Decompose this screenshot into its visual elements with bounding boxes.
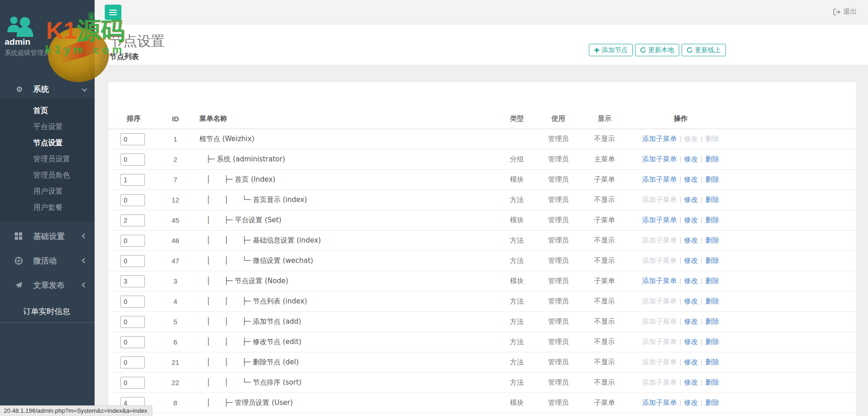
sidebar-item-home[interactable]: 首页 bbox=[0, 102, 95, 119]
sort-input[interactable] bbox=[120, 133, 145, 145]
add-submenu-link[interactable]: 添加子菜单 bbox=[642, 216, 677, 224]
sort-cell bbox=[108, 357, 159, 368]
ops-separator: | bbox=[701, 155, 703, 163]
sort-input[interactable] bbox=[120, 357, 145, 368]
sidebar-item-user-packages[interactable]: 用户套餐 bbox=[0, 199, 95, 215]
refresh-online-button[interactable]: 更新线上 bbox=[682, 44, 726, 56]
add-submenu-link[interactable]: 添加子菜单 bbox=[642, 135, 677, 143]
sort-input[interactable] bbox=[120, 194, 145, 206]
row-id: 22 bbox=[159, 379, 192, 386]
delete-link[interactable]: 删除 bbox=[705, 338, 719, 345]
grid-icon bbox=[15, 232, 24, 240]
delete-link[interactable]: 删除 bbox=[705, 196, 719, 203]
sidebar-item-system[interactable]: ⚙ 系统 bbox=[0, 79, 95, 99]
row-id: 8 bbox=[159, 399, 192, 407]
role-dropdown[interactable]: 系统超级管理员 ▾ bbox=[5, 49, 54, 57]
row-type: 方法 bbox=[496, 338, 538, 346]
chevron-left-icon bbox=[82, 233, 87, 238]
delete-link[interactable]: 删除 bbox=[705, 358, 719, 366]
delete-link[interactable]: 删除 bbox=[705, 297, 719, 305]
sidebar-item-micro-activity[interactable]: 微活动 bbox=[0, 250, 95, 271]
edit-link[interactable]: 修改 bbox=[684, 398, 698, 406]
edit-link[interactable]: 修改 bbox=[684, 338, 698, 345]
row-id: 45 bbox=[159, 216, 192, 224]
row-id: 4 bbox=[159, 297, 192, 305]
row-ops: 添加子菜单|修改|删除 bbox=[630, 338, 731, 346]
add-submenu-link[interactable]: 添加子菜单 bbox=[642, 175, 677, 183]
sidebar-item-order-realtime-info[interactable]: 订单实时信息 bbox=[0, 303, 95, 323]
sidebar-item-basic-settings[interactable]: 基础设置 bbox=[0, 226, 95, 246]
sidebar-item-admin-settings[interactable]: 管理员设置 bbox=[0, 151, 95, 167]
ops-separator: | bbox=[680, 256, 682, 264]
sort-cell bbox=[108, 154, 159, 166]
delete-link[interactable]: 删除 bbox=[705, 398, 719, 406]
sort-input[interactable] bbox=[120, 154, 145, 166]
logout-button[interactable]: 退出 bbox=[833, 7, 857, 16]
sidebar-toggle-button[interactable] bbox=[105, 5, 121, 20]
row-name: │ ├─ 平台设置 (Set) bbox=[192, 216, 496, 225]
sort-input[interactable] bbox=[120, 255, 145, 267]
delete-link[interactable]: 删除 bbox=[705, 236, 719, 244]
row-type: 模块 bbox=[496, 398, 538, 407]
row-ops: 添加子菜单|修改|删除 bbox=[630, 236, 731, 245]
delete-link[interactable]: 删除 bbox=[705, 277, 719, 285]
sort-cell bbox=[108, 174, 159, 186]
add-submenu-link[interactable]: 添加子菜单 bbox=[642, 398, 677, 406]
sort-input[interactable] bbox=[120, 296, 145, 308]
edit-link[interactable]: 修改 bbox=[684, 256, 698, 264]
add-node-button[interactable]: ✚添加节点 bbox=[589, 44, 633, 56]
row-type: 模块 bbox=[496, 277, 538, 285]
delete-link[interactable]: 删除 bbox=[705, 175, 719, 183]
chevron-left-icon bbox=[82, 258, 87, 263]
sort-cell bbox=[108, 275, 159, 287]
row-name: ├─ 系统 (administrator) bbox=[192, 155, 496, 164]
edit-link[interactable]: 修改 bbox=[684, 378, 698, 386]
edit-link[interactable]: 修改 bbox=[684, 236, 698, 244]
sort-input[interactable] bbox=[120, 316, 145, 328]
delete-link[interactable]: 删除 bbox=[705, 378, 719, 386]
sidebar-item-platform-settings[interactable]: 平台设置 bbox=[0, 119, 95, 135]
delete-link[interactable]: 删除 bbox=[705, 216, 719, 224]
row-ops: 添加子菜单|修改|删除 bbox=[630, 256, 731, 265]
delete-link[interactable]: 删除 bbox=[705, 256, 719, 264]
edit-link[interactable]: 修改 bbox=[684, 358, 698, 366]
delete-link[interactable]: 删除 bbox=[705, 317, 719, 325]
row-ops: 添加子菜单|修改|删除 bbox=[630, 135, 731, 143]
add-submenu-link: 添加子菜单 bbox=[642, 358, 677, 366]
delete-link[interactable]: 删除 bbox=[705, 155, 719, 163]
ops-separator: | bbox=[701, 216, 703, 224]
table-row: 3 │ ├─ 节点设置 (Node)模块管理员子菜单添加子菜单|修改|删除 bbox=[108, 271, 856, 291]
add-submenu-link[interactable]: 添加子菜单 bbox=[642, 277, 677, 285]
edit-link[interactable]: 修改 bbox=[684, 297, 698, 305]
refresh-local-button[interactable]: 更新本地 bbox=[635, 44, 679, 56]
table-row: 7 │ ├─ 首页 (Index)模块管理员子菜单添加子菜单|修改|删除 bbox=[108, 170, 856, 190]
edit-link[interactable]: 修改 bbox=[684, 196, 698, 203]
sort-input[interactable] bbox=[120, 235, 145, 247]
chevron-left-icon bbox=[82, 282, 87, 287]
sort-input[interactable] bbox=[120, 214, 145, 226]
row-name: │ ├─ 节点设置 (Node) bbox=[192, 277, 496, 285]
row-show: 不显示 bbox=[579, 297, 630, 306]
ops-separator: | bbox=[701, 135, 703, 143]
sort-input[interactable] bbox=[120, 275, 145, 287]
edit-link[interactable]: 修改 bbox=[684, 216, 698, 224]
sidebar-item-article-publish[interactable]: 文章发布 bbox=[0, 275, 95, 295]
sidebar-item-node-settings[interactable]: 节点设置 bbox=[0, 135, 95, 151]
edit-link[interactable]: 修改 bbox=[684, 175, 698, 183]
edit-link[interactable]: 修改 bbox=[684, 155, 698, 163]
row-type: 方法 bbox=[496, 256, 538, 265]
row-name: │ ├─ 首页 (Index) bbox=[192, 175, 496, 184]
sidebar-item-user-settings[interactable]: 用户设置 bbox=[0, 183, 95, 199]
row-use: 管理员 bbox=[538, 398, 579, 407]
edit-link[interactable]: 修改 bbox=[684, 317, 698, 325]
add-submenu-link[interactable]: 添加子菜单 bbox=[642, 155, 677, 163]
row-use: 管理员 bbox=[538, 277, 579, 285]
sidebar-item-admin-roles[interactable]: 管理员角色 bbox=[0, 167, 95, 183]
sort-input[interactable] bbox=[120, 336, 145, 348]
sort-input[interactable] bbox=[120, 174, 145, 186]
row-name: │ │ └─ 节点排序 (sort) bbox=[192, 378, 496, 387]
sort-input[interactable] bbox=[120, 377, 145, 389]
edit-link[interactable]: 修改 bbox=[684, 277, 698, 285]
table-row: 22 │ │ └─ 节点排序 (sort)方法管理员不显示添加子菜单|修改|删除 bbox=[108, 373, 856, 393]
page-subtitle: 节点列表 bbox=[109, 52, 139, 62]
